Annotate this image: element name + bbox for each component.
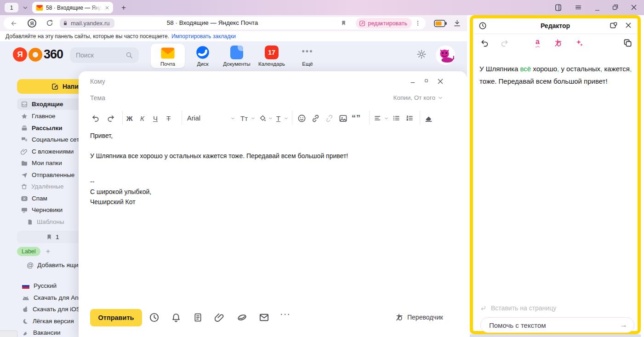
prompt-placeholder: Помочь с текстом [489, 321, 546, 329]
new-tab-button[interactable]: + [119, 3, 129, 13]
restore-icon[interactable] [612, 4, 619, 11]
edit-mode-icon [359, 20, 365, 27]
signature-line[interactable]: С широкой улыбкой, [90, 188, 151, 195]
numbered-list-button[interactable] [405, 112, 414, 125]
search-input[interactable]: Поиск [70, 47, 139, 63]
underline-button[interactable]: Ч [153, 112, 158, 125]
signature-separator[interactable]: -- [90, 178, 94, 185]
unlink-button[interactable] [325, 112, 334, 125]
font-size-chevron-icon[interactable] [251, 112, 256, 125]
insert-to-page-button[interactable]: Вставить на страницу [479, 304, 556, 312]
compose-close-icon[interactable] [437, 78, 444, 85]
send-button[interactable]: Отправить [90, 309, 142, 326]
more-apps-icon: ••• [291, 44, 325, 59]
panel-bottom-strip [470, 334, 641, 337]
paper-plane-icon [21, 171, 28, 179]
kebab-menu-icon[interactable] [415, 20, 421, 27]
yandex-logo-icon[interactable]: Я [28, 19, 36, 28]
back-icon[interactable] [10, 20, 17, 27]
strikethrough-button[interactable]: Т [166, 112, 171, 125]
menu-icon[interactable] [575, 4, 582, 11]
yandex360-logo[interactable]: Я 360 [13, 47, 63, 62]
compose-minimize-icon[interactable] [410, 78, 416, 85]
refresh-icon[interactable] [46, 19, 53, 27]
app-disk[interactable]: Диск [186, 44, 220, 67]
link-button[interactable] [311, 112, 320, 125]
cc-from-toggle[interactable]: Копии, От кого [393, 94, 443, 101]
panel-close-icon[interactable] [625, 22, 632, 29]
emoji-button[interactable] [297, 112, 306, 125]
tab-list-chevron-icon[interactable] [22, 5, 28, 11]
highlight-chevron-icon[interactable] [268, 112, 273, 125]
app-docs[interactable]: Документы [220, 44, 254, 67]
translate-button[interactable] [554, 39, 563, 47]
prompt-input[interactable]: Помочь с текстом → [480, 317, 634, 333]
app-more[interactable]: ••• Ещё [291, 44, 325, 67]
align-chevron-icon[interactable] [384, 112, 389, 125]
reminder-bell-icon[interactable] [171, 312, 181, 323]
hand-icon [22, 330, 29, 336]
bookmark-icon[interactable] [341, 20, 347, 26]
compose-restore-icon[interactable] [423, 78, 429, 84]
bullet-list-button[interactable] [392, 112, 400, 125]
editor-corrected-text[interactable]: У Шляпника всё хорошо, у остальных, каже… [479, 63, 633, 87]
logo-360-text: 360 [44, 47, 63, 62]
edit-mode-button[interactable]: редактировать [356, 18, 412, 29]
redo-button[interactable] [106, 112, 115, 125]
text-color-button[interactable]: T [276, 112, 280, 125]
panel-undo-button[interactable] [480, 39, 490, 48]
bookmarks-bar: Добавляйте на эту панель сайты, которые … [0, 31, 467, 41]
app-mail[interactable]: Почта [151, 44, 185, 68]
tab-counter-button[interactable]: 1 [5, 3, 18, 12]
schedule-send-icon[interactable] [149, 312, 160, 323]
minimize-icon[interactable] [594, 6, 601, 12]
label-tag[interactable]: Label [17, 247, 40, 256]
browser-tab[interactable]: 58 · Входящие — Янде [32, 2, 113, 13]
add-label-button[interactable]: + [46, 247, 51, 256]
download-icon[interactable] [453, 19, 461, 27]
folder-icon [21, 160, 28, 167]
import-bookmarks-link[interactable]: Импортировать закладки [171, 33, 236, 40]
crescent-icon [22, 318, 28, 325]
attach-file-icon[interactable] [215, 312, 225, 323]
avatar[interactable] [436, 46, 455, 65]
italic-button[interactable]: К [140, 112, 144, 125]
body-line[interactable]: У Шляпника все хорошо у остальных кажетс… [90, 152, 348, 160]
panel-redo-button[interactable] [500, 39, 509, 48]
translator-button[interactable]: Переводчик [395, 313, 443, 321]
app-calendar[interactable]: 17 Календарь [255, 44, 289, 67]
spellcheck-button[interactable]: a [536, 38, 540, 46]
align-button[interactable] [374, 112, 382, 125]
battery-icon[interactable] [434, 20, 447, 27]
open-in-window-icon[interactable] [610, 22, 617, 29]
docs-app-icon [220, 44, 254, 59]
to-field[interactable]: Кому [90, 78, 105, 85]
font-size-select[interactable]: Tт [240, 112, 248, 125]
text-segment: кажется [602, 65, 630, 73]
subject-field[interactable]: Тема [90, 94, 105, 102]
text-color-chevron-icon[interactable] [284, 112, 289, 125]
close-icon[interactable] [630, 4, 638, 11]
attach-disk-icon[interactable] [237, 312, 247, 323]
eraser-button[interactable] [424, 112, 433, 125]
inbox-icon [21, 101, 28, 108]
attach-mail-icon[interactable] [259, 312, 269, 323]
font-family-chevron-icon[interactable] [230, 112, 235, 125]
improve-text-button[interactable] [575, 39, 584, 47]
highlight-color-button[interactable] [259, 112, 267, 125]
more-options-button[interactable]: ··· [280, 308, 291, 319]
font-family-select[interactable]: Arial [187, 112, 200, 125]
submit-arrow-icon[interactable]: → [620, 320, 627, 330]
panels-icon[interactable] [554, 4, 562, 11]
insert-image-button[interactable] [339, 112, 348, 125]
template-icon[interactable] [193, 312, 203, 323]
copy-button[interactable] [623, 39, 632, 47]
tab-close-icon[interactable] [105, 6, 109, 10]
settings-gear-icon[interactable] [416, 49, 427, 59]
bold-button[interactable]: Ж [126, 112, 133, 125]
body-line[interactable]: Привет, [90, 132, 113, 139]
quote-button[interactable]: “” [352, 112, 361, 125]
signature-line[interactable]: Чеширский Кот [90, 198, 136, 206]
url-chip[interactable]: mail.yandex.ru [60, 18, 114, 28]
undo-button[interactable] [91, 112, 100, 125]
